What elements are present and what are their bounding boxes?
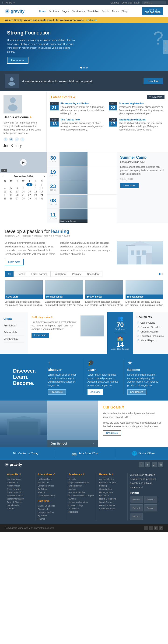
filter-tab-preschool[interactable]: Pre School bbox=[51, 271, 69, 277]
part-time-link-2[interactable]: Student Life bbox=[38, 508, 64, 511]
hero-dot-1[interactable] bbox=[80, 67, 82, 68]
cal-cell[interactable]: 12 bbox=[8, 190, 14, 194]
linkedin-social-icon[interactable]: in bbox=[20, 137, 25, 142]
footer-about-link-5[interactable]: History & Mission bbox=[7, 491, 33, 494]
creche-item-membership[interactable]: Membership bbox=[4, 336, 25, 342]
footer-admissions-link-2[interactable]: Student Life bbox=[38, 481, 64, 484]
cta-offices[interactable]: 🌐 Global Offices bbox=[132, 451, 155, 456]
footer-admissions-link-6[interactable]: Visitor Information bbox=[38, 494, 64, 497]
filter-dot-2[interactable] bbox=[161, 273, 163, 275]
cal-cell[interactable] bbox=[20, 183, 26, 186]
cal-cell[interactable]: 20 bbox=[14, 194, 20, 197]
cal-cell[interactable]: 3 bbox=[39, 183, 45, 186]
cal-cell[interactable] bbox=[14, 183, 20, 186]
footer-logo[interactable]: gravity bbox=[5, 462, 22, 467]
cal-cell[interactable]: 10 bbox=[39, 186, 45, 190]
hero-prev-button[interactable]: ∧ bbox=[163, 40, 168, 47]
linkedin-icon[interactable]: in bbox=[2, 2, 4, 4]
footer-about-link-9[interactable]: Social Media bbox=[7, 504, 33, 507]
goals-read-more-button[interactable]: Read more bbox=[103, 430, 121, 436]
footer-about-link-10[interactable]: Careers bbox=[7, 507, 33, 510]
school-arrow-icon[interactable]: → bbox=[91, 442, 94, 445]
cal-cell[interactable]: 5 bbox=[8, 186, 14, 190]
cal-cell[interactable]: 4 bbox=[2, 186, 8, 190]
footer-admissions-link-4[interactable]: By School bbox=[38, 488, 64, 491]
cal-cell[interactable]: 21 bbox=[20, 194, 26, 197]
all-events-button[interactable]: ☰ All events bbox=[147, 95, 164, 99]
filter-tab-all[interactable]: All bbox=[5, 271, 14, 277]
cal-cell[interactable]: 19 bbox=[8, 194, 14, 197]
footer-gplus-icon[interactable]: g+ bbox=[152, 462, 157, 467]
footer-about-link-4[interactable]: News Network bbox=[7, 488, 33, 491]
video-thumbnail[interactable]: ▶ 0:32 bbox=[0, 152, 47, 173]
doc-item-4[interactable]: 📄 Education Programme bbox=[136, 334, 164, 338]
part-time-link-4[interactable]: By School bbox=[38, 514, 64, 517]
cal-cell[interactable] bbox=[8, 183, 14, 186]
event-title-4[interactable]: Graduation exhibition bbox=[119, 118, 164, 121]
play-button[interactable]: ▶ bbox=[20, 159, 27, 166]
cal-cell[interactable]: 29 bbox=[26, 197, 33, 200]
discover-learn-more-button[interactable]: Learn more bbox=[48, 389, 66, 395]
filter-tab-early[interactable]: Early Learning bbox=[28, 271, 51, 277]
nav-features[interactable]: Features bbox=[49, 10, 59, 12]
footer-research-link-7[interactable]: Health & Medicine bbox=[99, 497, 125, 500]
footer-research-link-3[interactable]: Funding bbox=[99, 484, 125, 488]
event-title-2[interactable]: Summer registration bbox=[119, 102, 164, 105]
footer-research-link-5[interactable]: Undergraduate bbox=[99, 491, 125, 494]
become-see-reports-button[interactable]: See Reports bbox=[127, 389, 146, 395]
footer-admissions-link-3[interactable]: Campus Services bbox=[38, 484, 64, 488]
footer-research-link-4[interactable]: Opportunities bbox=[99, 488, 125, 491]
calendar-next-button[interactable]: › bbox=[44, 175, 45, 178]
cal-cell[interactable]: 8 bbox=[26, 186, 33, 190]
cal-cell[interactable]: 17 bbox=[39, 190, 45, 194]
part-time-link-1[interactable]: Master Of Science bbox=[38, 504, 64, 508]
footer-admissions-link-5[interactable]: Finance bbox=[38, 491, 64, 494]
nav-home[interactable]: Home bbox=[39, 10, 46, 12]
footer-linkedin-icon[interactable]: in bbox=[158, 462, 163, 467]
nav-shortcodes[interactable]: Shortcodes bbox=[72, 10, 85, 12]
cal-cell[interactable]: 2 bbox=[33, 183, 39, 186]
vk-icon[interactable]: vk bbox=[6, 2, 8, 4]
cal-cell[interactable]: 14 bbox=[20, 190, 26, 194]
footer-academics-link-8[interactable]: Academic Calendars bbox=[69, 500, 94, 504]
footer-academics-link-9[interactable]: Course Listings bbox=[69, 504, 94, 507]
part-time-link-3[interactable]: Campus Services bbox=[38, 511, 64, 514]
cal-cell-today[interactable]: 1 bbox=[26, 183, 33, 186]
twitter-icon[interactable]: t bbox=[15, 137, 19, 142]
event-title-1[interactable]: Photography exhibition bbox=[60, 102, 106, 105]
copyright-gplus-icon[interactable]: g+ bbox=[154, 526, 158, 530]
footer-about-link-3[interactable]: Administration bbox=[7, 484, 33, 488]
copyright-twitter-icon[interactable]: t bbox=[149, 526, 153, 530]
doc-item-3[interactable]: 📄 University Events bbox=[136, 330, 164, 334]
cal-cell[interactable]: 6 bbox=[14, 186, 20, 190]
doc-item-5[interactable]: 📄 Alumni Report bbox=[136, 338, 164, 343]
cal-cell[interactable]: 23 bbox=[33, 194, 39, 197]
hero-dot-3[interactable] bbox=[86, 67, 88, 68]
creche-item-preschool[interactable]: Pre School bbox=[4, 322, 25, 329]
logo[interactable]: gravity bbox=[5, 8, 25, 14]
nav-pages[interactable]: Pages bbox=[62, 10, 69, 12]
camp-learn-more-button[interactable]: Learn more bbox=[120, 183, 139, 188]
cal-cell[interactable]: 31 bbox=[39, 197, 45, 200]
login-link[interactable]: Login bbox=[134, 2, 140, 4]
cal-cell[interactable]: 18 bbox=[2, 194, 8, 197]
footer-academics-link-11[interactable]: Registrars bbox=[69, 510, 94, 514]
footer-academics-link-6[interactable]: Part-Time and Non-Degree bbox=[69, 494, 94, 497]
footer-about-link-2[interactable]: Community bbox=[7, 481, 33, 484]
calendar-prev-button[interactable]: ‹ bbox=[2, 175, 3, 178]
copyright-facebook-icon[interactable]: f bbox=[144, 526, 148, 530]
doc-item-1[interactable]: 📄 Career Advice bbox=[136, 320, 164, 325]
footer-research-link-8[interactable]: Social Sciences bbox=[99, 500, 125, 504]
footer-academics-link-7[interactable]: Summer bbox=[69, 497, 94, 500]
filter-tab-primary[interactable]: Primary bbox=[69, 271, 84, 277]
full-day-learn-more-button[interactable]: Learn more bbox=[32, 333, 49, 338]
vk-social-icon[interactable]: vk bbox=[9, 137, 13, 142]
cta-tour[interactable]: 🚌 Take School Tour bbox=[72, 451, 98, 456]
footer-academics-link-4[interactable]: Masters bbox=[69, 488, 94, 491]
learning-learn-more-button[interactable]: Learn more bbox=[5, 259, 24, 266]
doc-item-2[interactable]: 📄 Semester Schedule bbox=[136, 325, 164, 330]
cal-cell[interactable]: 25 bbox=[2, 197, 8, 200]
learn-join-button[interactable]: Join Now bbox=[87, 389, 103, 395]
hero-learn-more-button[interactable]: Learn more bbox=[7, 57, 29, 64]
campus-link[interactable]: Campus bbox=[111, 2, 119, 4]
